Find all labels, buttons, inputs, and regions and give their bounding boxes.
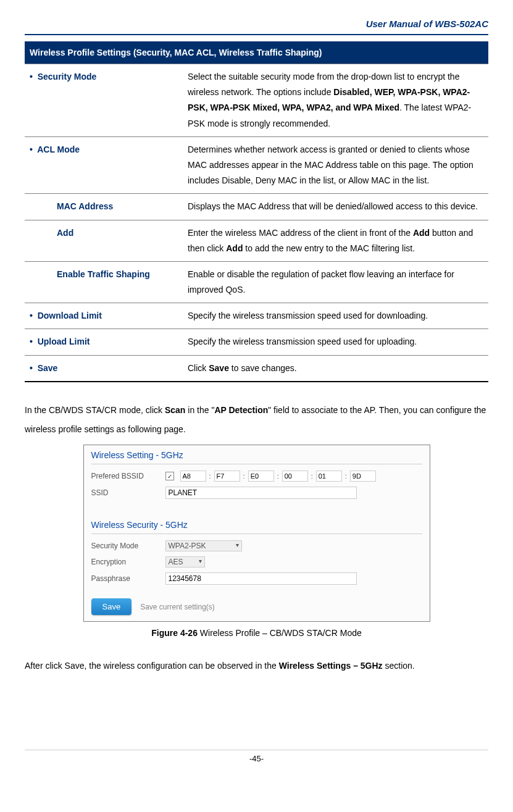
ssid-row: SSID [84, 484, 430, 501]
term-desc: Determines whether network access is gra… [183, 136, 488, 194]
bssid-1[interactable] [214, 471, 240, 482]
bssid-label: Prefered BSSID [91, 472, 165, 480]
term-label: • Download Limit [30, 311, 102, 320]
ssid-label: SSID [91, 488, 165, 497]
term-label: Add [42, 228, 73, 238]
colon: : [311, 472, 313, 480]
colon: : [243, 472, 245, 480]
doc-header: User Manual of WBS-502AC [25, 19, 488, 29]
term-label: • ACL Mode [30, 144, 80, 154]
encryption-select[interactable]: AES [165, 556, 205, 567]
term-desc: Specify the wireless transmission speed … [183, 303, 488, 329]
security-select[interactable]: WPA2-PSK [165, 540, 242, 551]
save-hint: Save current setting(s) [140, 603, 215, 611]
term-label: MAC Address [42, 201, 113, 211]
settings-table: Wireless Profile Settings (Security, MAC… [25, 41, 488, 382]
table-heading: Wireless Profile Settings (Security, MAC… [25, 41, 488, 64]
encryption-label: Encryption [91, 558, 165, 566]
term-label: • Upload Limit [30, 337, 90, 346]
divider [91, 534, 422, 534]
save-row: Save Save current setting(s) [84, 587, 430, 621]
colon: : [345, 472, 347, 480]
bssid-4[interactable] [316, 471, 342, 482]
encryption-value: AES [169, 558, 183, 566]
term-label: • Save [30, 363, 57, 373]
screenshot-panel: Wireless Setting - 5GHz Prefered BSSID ✓… [83, 445, 430, 622]
security-row: Security Mode WPA2-PSK [84, 538, 430, 554]
bssid-5[interactable] [350, 471, 376, 482]
term-desc: Click Save to save changes. [183, 355, 488, 382]
term-desc: Select the suitable security mode from t… [183, 64, 488, 137]
paragraph-1: In the CB/WDS STA/CR mode, click Scan in… [25, 401, 488, 439]
header-divider [25, 34, 488, 35]
pass-input[interactable] [165, 572, 357, 585]
security-value: WPA2-PSK [169, 542, 206, 550]
term-desc: Displays the MAC Address that will be de… [183, 194, 488, 220]
term-desc: Enter the wireless MAC address of the cl… [183, 220, 488, 261]
term-desc: Specify the wireless transmission speed … [183, 329, 488, 355]
colon: : [277, 472, 279, 480]
divider [91, 464, 422, 464]
bssid-checkbox[interactable]: ✓ [165, 472, 174, 480]
paragraph-2: After click Save, the wireless configura… [25, 656, 488, 676]
screenshot-section-title: Wireless Setting - 5GHz [84, 445, 430, 464]
bssid-3[interactable] [282, 471, 308, 482]
term-label: Enable Traffic Shaping [42, 269, 150, 279]
bssid-0[interactable] [180, 471, 206, 482]
bssid-row: Prefered BSSID ✓ : : : : : [84, 468, 430, 484]
ssid-input[interactable] [165, 487, 357, 499]
encryption-row: Encryption AES [84, 554, 430, 570]
save-button[interactable]: Save [91, 598, 132, 615]
pass-label: Passphrase [91, 574, 165, 583]
term-label: • Security Mode [30, 72, 96, 82]
colon: : [209, 472, 211, 480]
pass-row: Passphrase [84, 570, 430, 587]
doc-title: User Manual of WBS-502AC [366, 19, 488, 29]
figure-caption: Figure 4-26 Wireless Profile – CB/WDS ST… [25, 628, 488, 638]
screenshot-section-title-2: Wireless Security - 5GHz [84, 515, 430, 534]
security-label: Security Mode [91, 542, 165, 550]
bssid-2[interactable] [248, 471, 274, 482]
term-desc: Enable or disable the regulation of pack… [183, 261, 488, 303]
page-footer: -45- [25, 750, 488, 763]
